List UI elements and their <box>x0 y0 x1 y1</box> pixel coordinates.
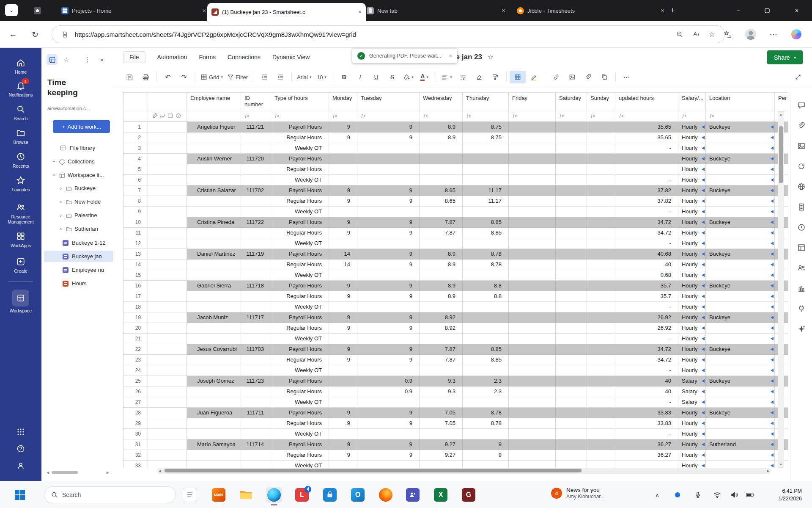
taskbar-search[interactable]: Search <box>44 486 176 503</box>
grid-cell[interactable] <box>463 154 509 164</box>
grid-cell[interactable]: Daniel Martinez <box>187 249 241 260</box>
grid-cell[interactable] <box>556 450 587 461</box>
panel-more-icon[interactable]: ⋮ <box>82 54 93 65</box>
scroll-up-arrow[interactable]: ▲ <box>778 113 784 116</box>
grid-cell[interactable]: Weekly OT <box>271 461 329 468</box>
grid-cell[interactable]: Buckeye <box>706 217 775 228</box>
grid-cell[interactable]: 9.3 <box>420 387 463 397</box>
grid-cell[interactable] <box>556 217 587 228</box>
grid-cell[interactable] <box>509 196 556 207</box>
grid-cell[interactable]: Hourly <box>678 344 706 355</box>
grid-cell[interactable]: 9 <box>329 133 357 143</box>
grid-cell[interactable] <box>187 260 241 270</box>
grid-cell[interactable] <box>556 376 587 387</box>
ai-assist-icon[interactable] <box>797 324 806 334</box>
grid-cell[interactable]: 9.27 <box>420 439 463 450</box>
update-requests-icon[interactable] <box>797 162 806 171</box>
grid-cell[interactable]: Gabriel Sierra <box>187 281 241 291</box>
row-number[interactable]: 16 <box>123 281 148 291</box>
row-number[interactable]: 31 <box>123 439 148 450</box>
indicator-header-cell[interactable] <box>148 93 187 111</box>
grid-cell[interactable]: Regular Hours <box>271 164 329 175</box>
grid-cell[interactable]: 111702 <box>241 185 271 196</box>
filter-button[interactable]: Filter <box>225 71 250 83</box>
grid-cell[interactable] <box>587 334 615 344</box>
grid-cell[interactable]: 2.3 <box>463 376 509 387</box>
grid-cell[interactable]: 40 <box>615 387 678 397</box>
grid-cell[interactable] <box>587 249 615 260</box>
grid-cell[interactable]: Regular Hours <box>271 387 329 397</box>
grid-cell[interactable] <box>420 143 463 154</box>
grid-cell[interactable] <box>357 461 420 468</box>
grid-cell[interactable] <box>241 450 271 461</box>
column-header[interactable]: Saturday <box>556 93 587 111</box>
grid-cell[interactable] <box>509 355 556 365</box>
row-indicator-cell[interactable] <box>148 228 187 238</box>
grid-cell[interactable]: 8.8 <box>463 291 509 302</box>
grid-cell[interactable] <box>187 323 241 334</box>
grid-cell[interactable] <box>329 164 357 175</box>
grid-cell[interactable] <box>509 217 556 228</box>
grid-cell[interactable] <box>509 429 556 439</box>
undo-button[interactable]: ↶ <box>160 71 176 83</box>
grid-cell[interactable] <box>556 461 587 468</box>
grid-cell[interactable] <box>509 387 556 397</box>
row-indicator-cell[interactable] <box>148 344 187 355</box>
formula-cell[interactable]: ƒx <box>329 111 357 121</box>
grid-cell[interactable] <box>556 238 587 249</box>
grid-cell[interactable] <box>463 302 509 312</box>
row-indicator-cell[interactable] <box>148 365 187 376</box>
grid-cell[interactable]: 9 <box>329 291 357 302</box>
grid-cell[interactable] <box>587 238 615 249</box>
grid-cell[interactable]: 9 <box>357 122 420 133</box>
grid-cell[interactable]: 9 <box>329 196 357 207</box>
row-number[interactable]: 3 <box>123 143 148 154</box>
grid-cell[interactable]: Hourly <box>678 185 706 196</box>
grid-cell[interactable] <box>509 408 556 418</box>
grid-cell[interactable] <box>706 355 775 365</box>
grid-cell[interactable]: Payroll Hours <box>271 122 329 133</box>
toolbar-more-button[interactable]: ⋯ <box>619 71 635 83</box>
grid-cell[interactable]: Weekly OT <box>271 302 329 312</box>
grid-cell[interactable]: 34.72 <box>615 355 678 365</box>
row-indicator-cell[interactable] <box>148 122 187 133</box>
back-button[interactable]: ← <box>6 27 20 41</box>
grid-cell[interactable] <box>420 365 463 376</box>
grid-cell[interactable] <box>329 461 357 468</box>
grid-cell[interactable]: 9 <box>329 355 357 365</box>
grid-cell[interactable]: Regular Hours <box>271 355 329 365</box>
toast-close-icon[interactable]: × <box>449 52 452 59</box>
grid-cell[interactable] <box>187 387 241 397</box>
grid-cell[interactable] <box>509 334 556 344</box>
formula-cell[interactable]: ƒx <box>357 111 420 121</box>
grid-cell[interactable]: Payroll Hours <box>271 281 329 291</box>
grid-cell[interactable]: 9 <box>463 450 509 461</box>
grid-cell[interactable]: 7.05 <box>420 408 463 418</box>
grid-cell[interactable] <box>587 260 615 270</box>
scroll-left-arrow[interactable]: ◀ <box>47 471 49 475</box>
row-number[interactable]: 28 <box>123 408 148 418</box>
grid-cell[interactable] <box>509 323 556 334</box>
grid-cell[interactable] <box>463 365 509 376</box>
row-number[interactable]: 2 <box>123 133 148 143</box>
row-number[interactable]: 33 <box>123 461 148 468</box>
row-indicator-cell[interactable] <box>148 408 187 418</box>
grid-cell[interactable]: Regular Hours <box>271 323 329 334</box>
url-field[interactable]: https://app.smartsheet.com/sheets/74Jg9r… <box>52 25 725 43</box>
row-indicator-cell[interactable] <box>148 270 187 281</box>
grid-cell[interactable] <box>556 429 587 439</box>
insert-image-button[interactable] <box>564 71 580 83</box>
grid-cell[interactable]: 7.87 <box>420 344 463 355</box>
grid-cell[interactable]: Regular Hours <box>271 450 329 461</box>
grid-cell[interactable]: 8.85 <box>463 355 509 365</box>
sidebar-item-browse[interactable]: Browse <box>0 128 41 145</box>
scrollbar-thumb[interactable] <box>779 126 783 183</box>
grid-cell[interactable]: Jesus Covarrubi <box>187 344 241 355</box>
grid-cell[interactable]: 9 <box>357 439 420 450</box>
grid-cell[interactable] <box>241 260 271 270</box>
grid-cell[interactable] <box>509 397 556 408</box>
outlook-icon[interactable]: O <box>350 487 366 503</box>
row-indicator-cell[interactable] <box>148 355 187 365</box>
column-header[interactable]: updated hours <box>615 93 678 111</box>
grid-cell[interactable]: - <box>615 334 678 344</box>
